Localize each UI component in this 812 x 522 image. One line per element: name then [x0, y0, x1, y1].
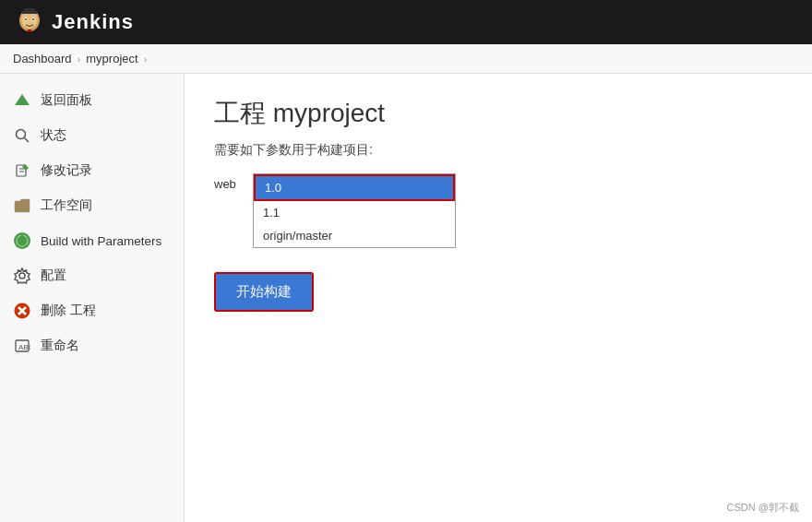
sidebar-item-back-label: 返回面板 [41, 92, 92, 109]
rename-icon: ABC [13, 337, 31, 355]
up-arrow-icon [13, 91, 31, 110]
sidebar-item-build-params-label: Build with Parameters [41, 234, 161, 248]
dropdown-item-0[interactable]: 1.0 [254, 174, 455, 201]
app-title: Jenkins [52, 10, 134, 34]
sidebar: 返回面板 状态 修改记录 工作空间 Build with Parameters [0, 74, 185, 522]
edit-icon [13, 161, 31, 180]
jenkins-logo-icon [15, 7, 44, 37]
dropdown-item-2[interactable]: origin/master [254, 224, 455, 247]
sidebar-item-delete[interactable]: 删除 工程 [0, 293, 184, 328]
breadcrumb-sep-2: › [144, 53, 148, 65]
sidebar-item-status[interactable]: 状态 [0, 118, 184, 153]
page-description: 需要如下参数用于构建项目: [214, 142, 782, 159]
sidebar-item-rename[interactable]: ABC 重命名 [0, 328, 184, 363]
search-icon [13, 126, 31, 145]
gear-icon [13, 267, 31, 285]
sidebar-item-rename-label: 重命名 [41, 338, 79, 354]
breadcrumb-sep-1: › [78, 53, 81, 65]
sidebar-item-changes[interactable]: 修改记录 [0, 153, 184, 188]
folder-icon [13, 196, 31, 215]
build-button[interactable]: 开始构建 [214, 272, 314, 312]
svg-point-19 [19, 273, 25, 279]
build-params-icon [13, 231, 31, 250]
breadcrumb-myproject[interactable]: myproject [86, 52, 137, 65]
sidebar-item-status-label: 状态 [41, 127, 66, 144]
sidebar-item-config-label: 配置 [41, 267, 66, 284]
sidebar-item-config[interactable]: 配置 [0, 258, 184, 293]
header-logo: Jenkins [15, 7, 134, 37]
delete-icon [13, 302, 31, 320]
sidebar-item-workspace-label: 工作空间 [41, 197, 92, 214]
svg-point-17 [19, 238, 25, 243]
dropdown-container: 1.0 1.1 origin/master [253, 173, 456, 248]
main-content: 工程 myproject 需要如下参数用于构建项目: web 1.0 1.1 o… [185, 74, 812, 522]
breadcrumb-dashboard[interactable]: Dashboard [13, 52, 72, 65]
svg-text:ABC: ABC [18, 343, 30, 351]
svg-rect-7 [24, 8, 35, 13]
header: Jenkins [0, 0, 812, 44]
main-layout: 返回面板 状态 修改记录 工作空间 Build with Parameters [0, 74, 812, 522]
dropdown-list[interactable]: 1.0 1.1 origin/master [253, 173, 456, 248]
param-row: web 1.0 1.1 origin/master [214, 173, 782, 248]
breadcrumb: Dashboard › myproject › [0, 44, 812, 74]
sidebar-item-changes-label: 修改记录 [41, 162, 92, 179]
svg-point-4 [25, 18, 27, 20]
dropdown-item-1[interactable]: 1.1 [254, 201, 455, 224]
svg-line-10 [25, 138, 30, 143]
page-title: 工程 myproject [214, 96, 782, 131]
sidebar-item-back[interactable]: 返回面板 [0, 83, 184, 118]
sidebar-item-workspace[interactable]: 工作空间 [0, 188, 184, 223]
svg-point-5 [32, 18, 34, 20]
svg-marker-8 [15, 94, 30, 105]
footer-credit: CSDN @郭不截 [727, 501, 799, 515]
param-label: web [214, 173, 242, 191]
sidebar-item-build-params[interactable]: Build with Parameters [0, 223, 184, 258]
svg-point-9 [17, 130, 26, 139]
sidebar-item-delete-label: 删除 工程 [41, 303, 96, 319]
